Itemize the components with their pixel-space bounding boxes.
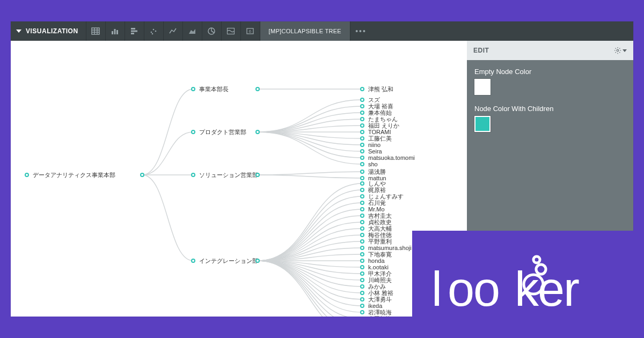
svg-rect-7 (116, 30, 118, 34)
tree-node-circle[interactable] (360, 136, 364, 141)
svg-rect-8 (131, 28, 135, 30)
tree-node-circle[interactable] (360, 304, 364, 308)
caret-down-icon (16, 30, 21, 33)
svg-marker-20 (623, 49, 627, 52)
tree-node-circle[interactable] (360, 104, 364, 108)
single-value-icon[interactable]: 6 (240, 21, 260, 41)
bar-chart-icon[interactable] (105, 21, 125, 41)
tree-node-circle[interactable] (360, 278, 364, 282)
tree-node-circle[interactable] (191, 87, 195, 91)
tree-node-circle[interactable] (360, 87, 364, 91)
tree-node-circle[interactable] (360, 246, 364, 250)
tree-node-circle[interactable] (360, 156, 364, 160)
tree-node-label: 小林 雅裕 (365, 290, 393, 296)
tree-node-circle[interactable] (360, 170, 364, 174)
edit-panel-header: EDIT (467, 41, 633, 60)
tree-node-circle[interactable] (360, 265, 364, 269)
tree-node-label: sho (365, 161, 378, 167)
tree-node-circle[interactable] (360, 291, 364, 295)
tree-node-circle[interactable] (191, 259, 195, 263)
tree-node-circle[interactable] (25, 173, 29, 177)
tree-node-label: niino (365, 142, 380, 148)
children-node-color-label: Node Color With Children (474, 105, 626, 113)
tree-node-circle[interactable] (360, 220, 364, 224)
tree-node-label: 吉村圭太 (365, 212, 392, 219)
tree-node-label: 兼本侑始 (365, 109, 392, 116)
tree-node-label: 福田 えりか (365, 122, 399, 129)
tree-node-label: 春田拓海 (365, 315, 392, 317)
tree-node-circle[interactable] (360, 271, 364, 276)
looker-logo-panel: l oo ker (412, 231, 644, 338)
tree-node-circle[interactable] (360, 123, 364, 128)
tree-node-circle[interactable] (255, 259, 260, 263)
svg-rect-9 (131, 31, 137, 32)
tree-node-circle[interactable] (360, 233, 364, 237)
svg-rect-6 (114, 29, 116, 34)
tree-node-circle[interactable] (360, 284, 364, 289)
scatter-chart-icon[interactable] (144, 21, 163, 41)
looker-logo: l oo ker (431, 252, 625, 317)
tree-node-label: 川崎照夫 (365, 277, 392, 283)
tree-node-label: 岩澤暁海 (365, 309, 392, 315)
tree-node-circle[interactable] (360, 143, 364, 147)
tree-node-circle[interactable] (360, 214, 364, 218)
tree-node-circle[interactable] (360, 194, 364, 199)
svg-text:oo: oo (448, 262, 499, 316)
tree-node-label: 平野重利 (365, 238, 392, 245)
tree-node-circle[interactable] (140, 173, 144, 177)
gear-icon[interactable] (614, 47, 627, 54)
line-chart-icon[interactable] (163, 21, 182, 41)
column-chart-icon[interactable] (125, 21, 144, 41)
svg-text:6: 6 (249, 29, 252, 34)
tree-node-label: インテグレーション部 (196, 258, 258, 264)
tree-node-circle[interactable] (360, 239, 364, 244)
tree-node-circle[interactable] (360, 310, 364, 314)
visualization-section-toggle[interactable]: VISUALIZATION (11, 21, 86, 41)
tree-node-label: たまちゃん (365, 116, 398, 122)
tree-node-label: k.ootaki (365, 264, 389, 270)
tree-node-circle[interactable] (360, 226, 364, 231)
empty-node-color-swatch[interactable] (474, 79, 491, 95)
tree-node-label: スズ (365, 97, 380, 103)
tree-canvas[interactable]: データアナリティクス事業本部事業本部長津熊 弘和プロダクト営業部スズ大場 裕喜兼… (11, 41, 467, 317)
tree-node-label: 工藤仁美 (365, 135, 392, 142)
tree-node-circle[interactable] (360, 201, 364, 205)
tree-node-circle[interactable] (360, 149, 364, 153)
tree-node-circle[interactable] (360, 176, 364, 180)
tree-node-label: matsumura.shoji (365, 245, 412, 251)
tree-node-circle[interactable] (255, 130, 260, 134)
tree-node-label: 下地泰寛 (365, 251, 392, 258)
tree-node-label: じょんすみす (365, 193, 404, 200)
tree-node-circle[interactable] (191, 173, 195, 177)
tree-node-circle[interactable] (191, 130, 195, 134)
tree-node-circle[interactable] (360, 130, 364, 134)
tree-node-circle[interactable] (360, 111, 364, 115)
tree-node-circle[interactable] (360, 162, 364, 166)
ellipsis-icon: ••• (355, 27, 367, 35)
tree-node-label: matsuoka.tomomi (365, 155, 415, 161)
tree-links (11, 41, 467, 317)
tree-node-circle[interactable] (360, 259, 364, 263)
svg-rect-5 (112, 31, 113, 34)
tree-node-circle[interactable] (360, 297, 364, 302)
tree-node-circle[interactable] (360, 207, 364, 211)
table-icon[interactable] (86, 21, 105, 41)
tree-node-circle[interactable] (360, 188, 364, 192)
tree-node-circle[interactable] (360, 117, 364, 121)
svg-point-13 (155, 31, 157, 32)
tree-node-label: しんや (365, 180, 386, 187)
area-chart-icon[interactable] (182, 21, 202, 41)
tree-node-circle[interactable] (360, 181, 364, 186)
tab-collapsible-tree[interactable]: [MP]COLLAPSIBLE TREE (260, 21, 350, 41)
tree-node-label: 甲木洋介 (365, 270, 392, 277)
tree-node-circle[interactable] (360, 252, 364, 256)
pie-chart-icon[interactable] (202, 21, 221, 41)
more-visualizations-button[interactable]: ••• (350, 21, 371, 41)
tree-node-label: 石川覚 (365, 200, 386, 206)
tree-node-circle[interactable] (255, 173, 260, 177)
tree-node-circle[interactable] (360, 98, 364, 102)
map-icon[interactable] (221, 21, 240, 41)
children-node-color-swatch[interactable] (474, 116, 491, 132)
tree-node-circle[interactable] (255, 87, 260, 91)
edit-panel-body: Empty Node Color Node Color With Childre… (467, 60, 633, 149)
